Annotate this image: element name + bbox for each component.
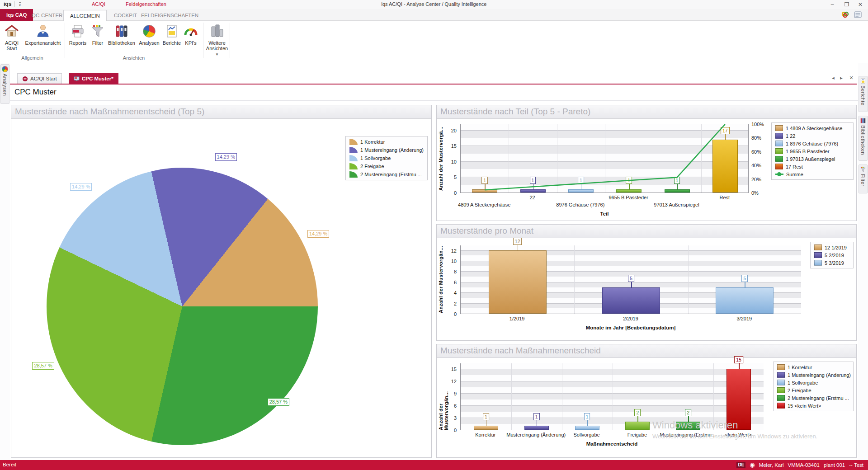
ribbon-button-expertenansicht[interactable]: Expertenansicht <box>23 24 63 46</box>
value-stem <box>745 282 745 287</box>
ribbon: AC/QI Start Expertenansicht Reports Filt… <box>0 21 868 63</box>
ribbon-button-filter[interactable]: Filter <box>90 24 106 46</box>
title-bar: iqs ▾ AC/QI Feldeigenschaften iqs AC/QI … <box>0 0 868 9</box>
status-ready: Bereit <box>3 462 16 467</box>
ribbon-button-acqi-start[interactable]: AC/QI Start <box>2 24 22 51</box>
panel-decision: Musterstände nach Maßnahmenentscheid 111… <box>436 344 857 458</box>
pie-chart: 14,29 %14,29 %28,57 %28,57 %14,29 %1 Kor… <box>11 119 431 457</box>
pie-percent-label: 28,57 % <box>32 362 54 370</box>
legend-item: 1 Mustereingang (Änderung) <box>777 372 849 378</box>
right-tick-label: 60% <box>751 149 761 155</box>
value-label: 1 <box>533 413 540 420</box>
legend-label: 5 2/2019 <box>825 253 844 258</box>
sidebar-item-filter[interactable]: Filter <box>859 164 868 193</box>
legend-item: 1 Sollvorgabe <box>349 155 424 161</box>
sidebar-item-analysen[interactable]: Analysen <box>0 64 9 104</box>
bar[interactable] <box>474 426 498 430</box>
legend-item: 1 Sollvorgabe <box>777 380 849 385</box>
value-stem <box>537 420 538 426</box>
right-tick-label: 40% <box>751 163 761 168</box>
value-label: 15 <box>734 356 743 363</box>
legend-swatch <box>814 244 822 250</box>
tab-scroll-right-icon[interactable]: ▸ <box>838 75 844 81</box>
legend-item: 1 Korrektur <box>777 364 849 370</box>
windows-watermark-line2: Wechseln Sie zu den Einstellungen, um Wi… <box>652 433 860 440</box>
ribbon-button-reports[interactable]: Reports <box>67 24 89 46</box>
bar[interactable] <box>575 426 599 430</box>
legend-label: 17 Rest <box>786 164 803 169</box>
chevron-down-icon: ▼ <box>215 52 219 56</box>
bar[interactable] <box>524 426 549 430</box>
legend-swatch <box>777 403 785 409</box>
gauge-icon <box>183 24 198 39</box>
tab-close-icon[interactable]: ✕ <box>848 75 854 81</box>
close-button[interactable]: ✕ <box>854 0 867 9</box>
legend-label: 1 4809 A Steckergehäuse <box>786 126 842 131</box>
legend-label: 2 Mustereingang (Erstmu ... <box>788 395 849 401</box>
ribbon-button-weitere-ansichten[interactable]: Weitere Ansichten ▼ <box>205 24 229 56</box>
legend-swatch <box>349 139 358 145</box>
status-user: Meier, Karl <box>759 462 784 468</box>
legend-swatch <box>777 387 785 393</box>
x-axis-title: Maßnahmeentscheid <box>460 441 764 446</box>
panel-pareto: Musterstände nach Teil (Top 5 - Pareto) … <box>436 105 857 221</box>
binders-icon <box>114 24 129 39</box>
x-tick-label: Sollvorgabe <box>574 432 600 437</box>
ribbon-tab-allgemein[interactable]: ALLGEMEIN <box>63 10 107 21</box>
ribbon-tab-bar: iqs CAQ QC-CENTER ALLGEMEIN COCKPIT FELD… <box>0 9 868 21</box>
x-tick-label: 22 <box>529 195 535 200</box>
pie-percent-label: 28,57 % <box>268 398 289 406</box>
legend-label: 1 9655 B Passfeder <box>786 149 830 154</box>
sidebar-item-bibliotheken[interactable]: Bibliotheken <box>859 116 868 161</box>
tab-scroll-left-icon[interactable]: ◂ <box>830 75 836 81</box>
legend-label: 1 22 <box>786 133 795 139</box>
ribbon-button-bibliotheken[interactable]: Bibliotheken <box>106 24 137 46</box>
group-separator <box>203 23 203 58</box>
ribbon-tab-feldeigenschaften[interactable]: FELDEIGENSCHAFTEN <box>135 10 205 21</box>
doc-tab-acqi-start[interactable]: AC/QI Start <box>17 73 62 84</box>
funnel-icon <box>90 24 105 39</box>
legend-swatch <box>349 171 358 178</box>
gridline-vertical <box>511 363 512 430</box>
ribbon-button-berichte[interactable]: Berichte <box>161 24 183 46</box>
target-icon[interactable]: ◉ <box>750 461 755 468</box>
legend-swatch <box>349 163 358 169</box>
bar[interactable] <box>602 287 660 314</box>
language-badge[interactable]: DE <box>736 462 745 468</box>
legend-swatch <box>777 395 785 401</box>
list-icon[interactable] <box>854 11 862 18</box>
bar[interactable] <box>625 422 650 430</box>
ribbon-button-analysen[interactable]: Analysen <box>137 24 161 46</box>
value-label: 12 <box>513 238 522 245</box>
status-env: -- Test <box>849 462 863 468</box>
report-chart-icon <box>164 24 179 39</box>
bar[interactable] <box>489 250 547 314</box>
chart-legend: 12 1/20195 2/20195 3/2019 <box>810 242 854 268</box>
window-title: iqs AC/QI - Analyse Center / Quality Int… <box>0 1 868 7</box>
status-device: VMMA-03401 <box>788 462 820 468</box>
bar[interactable] <box>716 287 774 314</box>
chart-legend: 1 Korrektur1 Mustereingang (Änderung)1 S… <box>345 136 428 180</box>
x-tick-label: Mustereingang (Änderung) <box>506 432 566 437</box>
legend-label: 1 Sollvorgabe <box>360 155 391 161</box>
status-bar: Bereit DE ◉ Meier, Karl VMMA-03401 plant… <box>0 460 868 470</box>
doc-tab-cpc-muster[interactable]: CPC Muster* <box>69 73 118 84</box>
value-label: 5 <box>628 275 634 282</box>
panel-month-title: Musterstände pro Monat <box>437 225 856 238</box>
acqi-start-tab-icon <box>22 76 28 82</box>
ribbon-tab-qc-center[interactable]: QC-CENTER <box>25 10 69 21</box>
rings-icon[interactable] <box>841 11 849 18</box>
legend-item: 1 4809 A Steckergehäuse <box>775 125 849 131</box>
sidebar-item-berichte[interactable]: Berichte <box>859 76 868 112</box>
legend-item: Summe <box>775 171 849 177</box>
x-tick-label: Rest <box>720 195 730 200</box>
group-label-ansichten: Ansichten <box>65 55 203 61</box>
legend-item: 2 Mustereingang (Erstmu ... <box>777 395 849 401</box>
restore-button[interactable]: ❐ <box>840 0 854 9</box>
ribbon-button-kpis[interactable]: KPI's <box>183 24 199 46</box>
report-chart-icon <box>860 78 866 84</box>
value-label: 1 <box>584 413 590 420</box>
right-tick-label: 100% <box>751 122 764 127</box>
minimize-button[interactable]: – <box>826 0 839 9</box>
legend-label: 2 Freigabe <box>360 164 384 169</box>
